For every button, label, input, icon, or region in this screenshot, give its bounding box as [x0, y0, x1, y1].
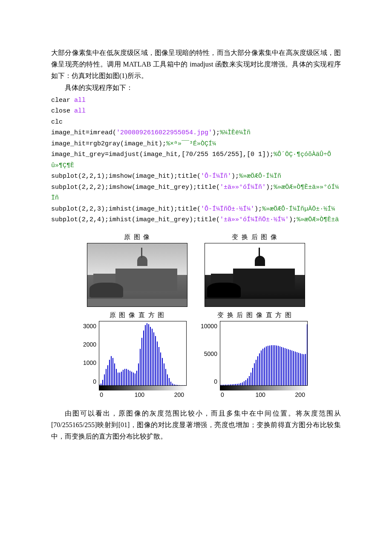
- svg-rect-44: [174, 384, 175, 385]
- svg-rect-20: [133, 373, 134, 385]
- svg-rect-59: [232, 384, 233, 385]
- svg-rect-87: [280, 346, 280, 385]
- svg-rect-81: [269, 345, 270, 385]
- svg-rect-58: [230, 384, 231, 385]
- svg-rect-82: [271, 345, 272, 385]
- document-page: 大部分像素集中在低灰度级区域，图像呈现暗的特性，而当大部分像素集中在高灰度级区域…: [0, 0, 392, 468]
- svg-rect-46: [177, 385, 178, 385]
- svg-rect-7: [111, 356, 112, 385]
- svg-rect-79: [266, 346, 267, 385]
- code-text: clear: [51, 97, 74, 104]
- paragraph-2: 具体的实现程序如下：: [51, 82, 341, 93]
- code-text: subplot(2,2,3);imhist(image_hit);title(: [51, 205, 201, 213]
- subplot-1: 原 图 像: [83, 233, 191, 307]
- svg-rect-27: [145, 325, 146, 385]
- code-text: );: [231, 173, 239, 180]
- svg-rect-99: [300, 353, 301, 385]
- svg-rect-18: [130, 370, 130, 385]
- code-string: '±ä»»°óÍ¼ÏñÖ±·½Í¼': [220, 216, 289, 223]
- gray-gradient-bar: [99, 386, 187, 390]
- svg-rect-15: [124, 369, 125, 385]
- subplot-2: 变 换 后 图 像: [201, 233, 309, 307]
- svg-rect-85: [276, 345, 277, 385]
- svg-rect-55: [225, 384, 226, 385]
- svg-rect-91: [286, 349, 287, 385]
- hist1-y-ticks: 3000200010000: [83, 321, 99, 385]
- svg-rect-8: [112, 358, 113, 385]
- svg-rect-40: [167, 374, 168, 385]
- transformed-image: [205, 243, 305, 307]
- svg-rect-34: [157, 341, 158, 385]
- original-image: [87, 243, 187, 307]
- code-keyword: all: [74, 107, 86, 115]
- svg-rect-23: [138, 363, 139, 385]
- code-comment: %»æÖÆ»Ò¶È±ä: [297, 216, 339, 223]
- code-comment: %»æÖÆÔ-Í¼ÏñµÄÖ±·½Í¼: [262, 205, 335, 213]
- svg-rect-78: [264, 347, 265, 385]
- svg-rect-41: [169, 378, 170, 385]
- svg-rect-16: [126, 369, 127, 385]
- code-string: '2008092616022955054.jpg': [116, 129, 212, 136]
- svg-rect-26: [143, 330, 144, 385]
- svg-rect-53: [222, 384, 222, 385]
- svg-rect-88: [281, 347, 282, 385]
- code-text: );: [212, 129, 220, 136]
- svg-rect-32: [153, 332, 154, 385]
- svg-rect-33: [155, 336, 156, 385]
- paragraph-1: 大部分像素集中在低灰度级区域，图像呈现暗的特性，而当大部分像素集中在高灰度级区域…: [51, 47, 341, 82]
- svg-rect-22: [136, 370, 137, 385]
- code-comment: %»æÖÆÔ-Í¼Ïñ: [239, 173, 281, 180]
- svg-rect-67: [245, 380, 246, 385]
- code-text: close: [51, 107, 74, 115]
- svg-rect-45: [176, 384, 176, 385]
- svg-rect-96: [295, 352, 296, 385]
- svg-rect-83: [273, 345, 274, 385]
- svg-rect-57: [228, 384, 229, 385]
- svg-rect-62: [237, 384, 238, 385]
- figure-grid: 原 图 像 变 换 后 图 像: [83, 233, 309, 398]
- svg-rect-64: [240, 383, 241, 385]
- code-text: image_hit=imread(: [51, 129, 116, 136]
- hist1-x-ticks: 0100200: [99, 391, 187, 398]
- matlab-code-block: clear all close all clc image_hit=imread…: [51, 95, 341, 225]
- code-keyword: all: [74, 97, 86, 104]
- svg-rect-66: [244, 381, 245, 385]
- svg-rect-38: [164, 363, 164, 385]
- svg-rect-2: [102, 380, 103, 385]
- histogram-transformed: [220, 321, 308, 386]
- svg-rect-68: [247, 378, 248, 385]
- code-comment: %×ª»¯¯³É»ÒÇÍ¼: [166, 140, 216, 147]
- svg-rect-73: [256, 360, 257, 385]
- svg-rect-0: [99, 384, 100, 385]
- code-text: image_hit=rgb2gray(image_hit);: [51, 140, 166, 147]
- svg-rect-95: [293, 351, 294, 385]
- svg-rect-86: [278, 346, 279, 385]
- svg-rect-60: [233, 384, 234, 385]
- svg-rect-93: [290, 350, 291, 385]
- svg-rect-35: [159, 347, 159, 385]
- svg-rect-14: [123, 370, 124, 385]
- svg-rect-63: [239, 384, 239, 385]
- svg-rect-42: [170, 382, 171, 385]
- svg-rect-28: [147, 323, 147, 385]
- svg-rect-3: [104, 374, 105, 385]
- svg-rect-89: [283, 347, 284, 385]
- svg-rect-75: [259, 353, 260, 385]
- hist2-y-ticks: 1000050000: [201, 321, 220, 385]
- code-string: 'Ô-Í¼ÏñÖ±·½Í¼': [201, 205, 254, 213]
- svg-rect-30: [150, 327, 151, 385]
- code-text: clc: [51, 119, 63, 126]
- code-text: subplot(2,2,2);imshow(image_hit_grey);ti…: [51, 184, 220, 191]
- svg-rect-101: [303, 354, 304, 385]
- svg-rect-4: [106, 369, 107, 385]
- code-text: );: [266, 184, 274, 191]
- code-string: '±ä»»°óÍ¼Ïñ': [220, 184, 266, 191]
- svg-rect-94: [291, 350, 292, 385]
- subplot-4: 变 换 后 图 像 直 方 图 1000050000 0100200: [201, 311, 309, 398]
- svg-rect-54: [223, 384, 224, 385]
- svg-rect-103: [307, 324, 307, 385]
- svg-rect-84: [274, 345, 275, 385]
- svg-rect-80: [268, 346, 268, 385]
- code-text: image_hit_grey=imadjust(image_hit,[70/25…: [51, 151, 274, 158]
- hist2-x-ticks: 0100200: [220, 391, 308, 398]
